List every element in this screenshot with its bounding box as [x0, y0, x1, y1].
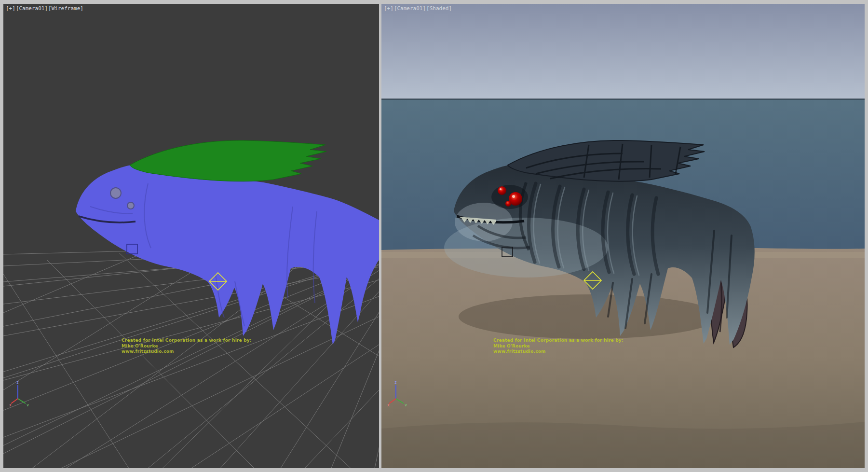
sky	[381, 4, 865, 99]
axis-y-label: y	[405, 403, 407, 406]
viewport-wireframe[interactable]: [+][Camera01][Wireframe]	[3, 4, 379, 468]
fish-eye-medium	[498, 186, 506, 195]
viewport-label-right: [+][Camera01][Shaded]	[384, 5, 452, 12]
viewport-label-left: [+][Camera01][Wireframe]	[6, 5, 84, 12]
axis-z-label: z	[16, 380, 19, 385]
world-axis-gizmo: z x y	[9, 379, 34, 406]
viewport-shaded[interactable]: [+][Camera01][Shaded]	[381, 4, 865, 468]
shaded-scene	[381, 4, 865, 468]
fish-eye-small	[505, 201, 511, 207]
axis-y-label: y	[27, 403, 29, 406]
viewport-menu-camera[interactable]: [Camera01]	[16, 5, 48, 12]
fish-eye-spot-small	[127, 202, 134, 209]
viewport-menu-plus[interactable]: [+]	[384, 5, 393, 12]
watermark-text: Created for Intel Corporation as a work …	[122, 338, 252, 355]
viewport-menu-plus[interactable]: [+]	[6, 5, 15, 12]
wireframe-scene	[3, 4, 379, 468]
viewport-menu-shading[interactable]: [Shaded]	[426, 5, 452, 12]
viewport-workspace: [+][Camera01][Wireframe]	[0, 0, 868, 472]
axis-z-label: z	[394, 380, 397, 385]
watermark-text: Created for Intel Corporation as a work …	[493, 338, 624, 355]
fish-model-wireframe[interactable]	[76, 140, 379, 345]
axis-x-label: x	[387, 403, 390, 406]
viewport-menu-shading[interactable]: [Wireframe]	[48, 5, 83, 12]
world-axis-gizmo: z x y	[387, 379, 412, 406]
viewport-menu-camera[interactable]: [Camera01]	[394, 5, 426, 12]
horizon-line	[381, 98, 865, 100]
fish-eye-spot-large	[110, 188, 121, 198]
axis-x-label: x	[9, 403, 12, 406]
